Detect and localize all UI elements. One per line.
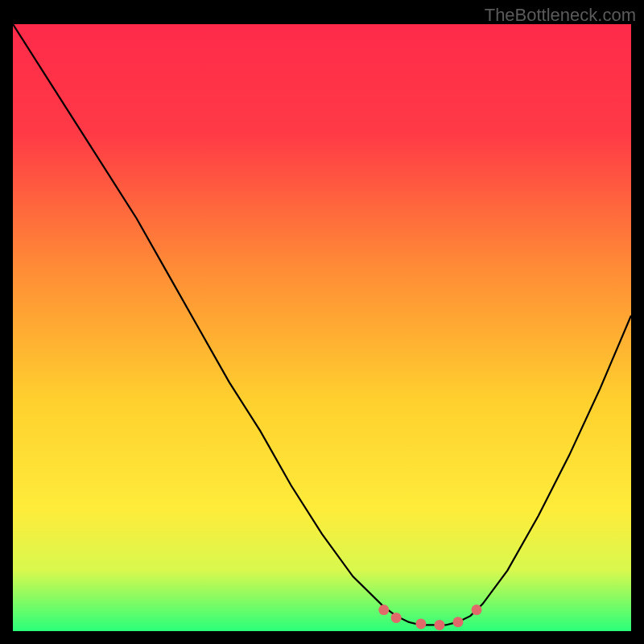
marker-2 [391,613,402,623]
chart-svg [13,24,631,631]
gradient-bg [13,24,631,631]
marker-4 [434,620,444,630]
marker-1 [378,605,389,615]
watermark-text: TheBottleneck.com [485,5,636,26]
chart-container: TheBottleneck.com [0,0,644,644]
marker-3 [415,618,426,629]
marker-5 [452,617,463,627]
marker-6 [472,605,482,615]
